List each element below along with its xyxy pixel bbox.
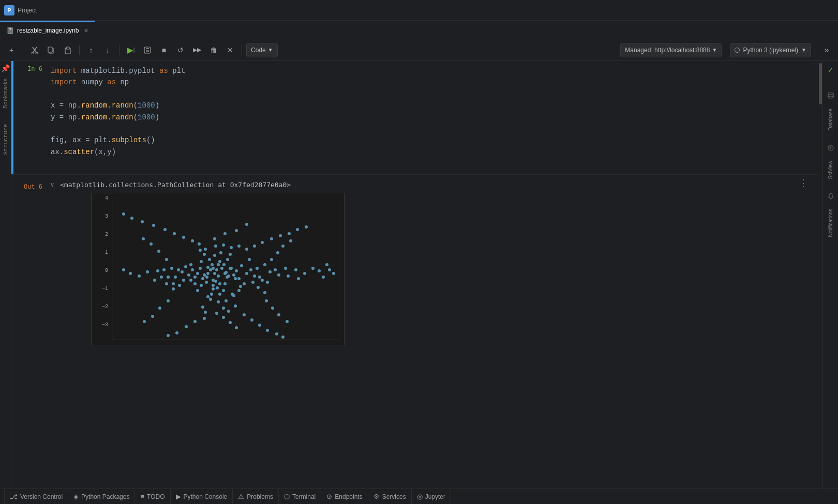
stop-button[interactable]: ■ (157, 43, 171, 57)
cell-code-content[interactable]: import matplotlib.pyplot as plt import n… (44, 61, 818, 174)
svg-point-110 (193, 320, 197, 323)
svg-point-81 (245, 248, 248, 251)
status-python-console[interactable]: ▶ Python Console (171, 489, 233, 504)
add-cell-button[interactable]: + (4, 43, 19, 57)
status-terminal[interactable]: ⬡ Terminal (279, 489, 321, 504)
svg-point-108 (250, 318, 253, 322)
run-all-button[interactable] (140, 43, 155, 57)
svg-point-192 (828, 93, 833, 95)
svg-point-99 (274, 268, 277, 271)
paste-button[interactable] (61, 43, 75, 57)
output-collapse-button[interactable]: ∨ (44, 179, 60, 189)
svg-point-29 (201, 277, 204, 280)
svg-point-113 (156, 269, 159, 272)
jupyter-label: Jupyter (425, 493, 445, 500)
svg-point-102 (162, 268, 166, 271)
svg-point-144 (328, 268, 331, 271)
svg-point-64 (217, 300, 220, 303)
cell-type-dropdown[interactable]: Code ▼ (246, 43, 278, 57)
copy-button[interactable] (44, 43, 58, 57)
scrollbar-thumb[interactable] (819, 63, 822, 104)
restart-button[interactable]: ↺ (173, 43, 188, 57)
more-options-button[interactable]: » (819, 43, 834, 57)
svg-point-158 (263, 291, 266, 294)
clear-button[interactable]: 🗑 (206, 43, 221, 57)
run-all-cells-button[interactable]: ▶▶ (190, 43, 204, 57)
title-bar: P Project (0, 0, 838, 21)
output-menu-button[interactable]: ⋮ (799, 179, 808, 188)
svg-point-37 (208, 258, 211, 261)
output-area: Out 6 ∨ <matplotlib.collections.PathColl… (11, 175, 818, 352)
svg-point-128 (303, 272, 306, 275)
move-down-button[interactable]: ↓ (100, 43, 115, 57)
notebook-tab[interactable]: 📓 resizable_image.ipynb × (0, 21, 95, 39)
todo-icon: ≡ (140, 493, 144, 500)
svg-point-131 (141, 220, 144, 223)
svg-point-140 (122, 268, 125, 271)
svg-point-141 (305, 225, 308, 228)
svg-point-133 (167, 334, 170, 337)
svg-point-169 (277, 313, 280, 316)
svg-text:−1: −1 (102, 286, 108, 292)
svg-point-150 (248, 258, 251, 261)
svg-point-188 (223, 272, 227, 275)
cut-button[interactable] (27, 43, 42, 57)
tab-bar: 📓 resizable_image.ipynb × (0, 21, 838, 39)
notifications-icon[interactable] (824, 189, 837, 203)
jupyter-icon: ◎ (417, 493, 423, 500)
svg-point-72 (230, 246, 233, 249)
run-cell-button[interactable]: ▶| (124, 43, 138, 57)
svg-point-138 (318, 269, 321, 272)
terminal-icon: ⬡ (284, 493, 290, 500)
svg-point-107 (235, 229, 238, 232)
python-packages-icon: ◈ (73, 493, 79, 500)
svg-point-34 (212, 284, 215, 287)
cell-input-area: In 6 import matplotlib.pyplot as plt imp… (11, 61, 818, 174)
svg-point-61 (214, 245, 217, 248)
bookmarks-label: Bookmarks (3, 78, 8, 109)
endpoints-icon: ⊙ (326, 493, 332, 500)
svg-point-60 (204, 248, 207, 251)
notifications-label: Notifications (828, 209, 833, 237)
services-label: Services (382, 493, 406, 500)
svg-point-88 (268, 270, 272, 273)
svg-text:4: 4 (105, 195, 108, 201)
bookmarks-pin[interactable]: 📌 (1, 64, 10, 73)
checkmark-icon: ✓ (824, 63, 837, 77)
code-line-4: x = np.random.randn(1000) (51, 100, 812, 111)
code-line-3 (51, 88, 812, 100)
svg-point-130 (288, 232, 291, 235)
sciview-icon[interactable] (824, 141, 837, 155)
server-selector[interactable]: Managed: http://localhost:8888 ▼ (620, 43, 722, 57)
move-up-button[interactable]: ↑ (84, 43, 98, 57)
svg-point-167 (281, 245, 285, 248)
svg-point-91 (167, 276, 170, 279)
svg-point-129 (138, 274, 141, 278)
scrollbar-track[interactable] (818, 61, 822, 488)
status-services[interactable]: ⚙ Services (368, 489, 412, 504)
status-jupyter[interactable]: ◎ Jupyter (412, 489, 451, 504)
svg-point-26 (220, 267, 223, 270)
status-python-packages[interactable]: ◈ Python Packages (68, 489, 135, 504)
svg-point-171 (289, 239, 292, 242)
svg-point-43 (222, 289, 225, 292)
svg-point-62 (222, 243, 225, 247)
status-version-control[interactable]: ⎇ Version Control (4, 489, 68, 504)
status-todo[interactable]: ≡ TODO (135, 489, 170, 504)
status-problems[interactable]: ⚠ Problems (233, 489, 279, 504)
svg-point-152 (251, 281, 255, 284)
database-icon[interactable] (824, 89, 837, 102)
tab-close-button[interactable]: × (84, 26, 88, 35)
services-icon: ⚙ (373, 493, 380, 500)
problems-label: Problems (247, 493, 273, 500)
interrupt-button[interactable]: ✕ (223, 43, 237, 57)
kernel-selector[interactable]: Python 3 (ipykernel) ▼ (730, 43, 811, 57)
svg-point-21 (209, 268, 212, 271)
svg-point-92 (172, 282, 175, 285)
svg-rect-3 (48, 47, 52, 52)
status-endpoints[interactable]: ⊙ Endpoints (321, 489, 368, 504)
svg-point-45 (232, 273, 235, 277)
svg-point-191 (212, 267, 215, 270)
svg-point-117 (258, 324, 261, 327)
svg-point-39 (216, 286, 219, 289)
